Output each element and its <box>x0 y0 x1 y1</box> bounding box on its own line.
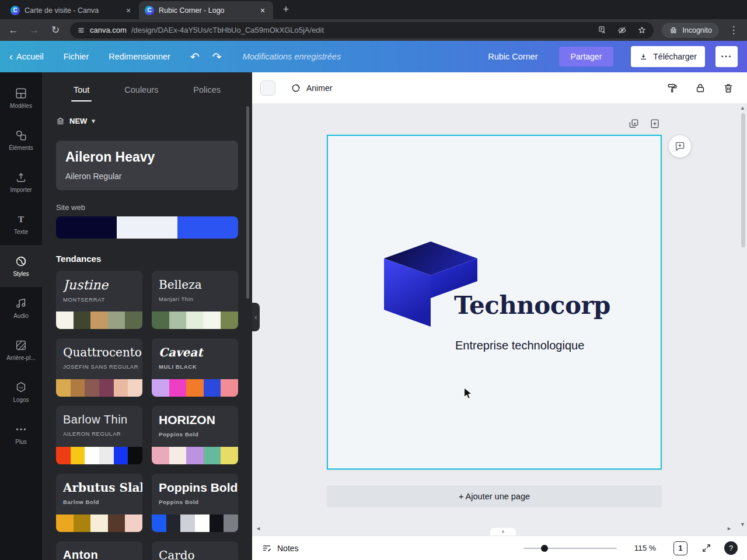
style-card-caveat[interactable]: Caveat MULI BLACK <box>152 338 238 397</box>
resize-menu[interactable]: Redimensionner <box>109 52 170 61</box>
sidebar-item-importer[interactable]: Importer <box>0 161 42 203</box>
comment-button[interactable] <box>669 135 691 158</box>
animate-button[interactable]: Animer <box>291 83 332 93</box>
style-card-cardo[interactable]: Cardo <box>152 541 238 560</box>
hscroll-left-arrow[interactable]: ◄ <box>256 526 261 531</box>
style-card-barlow-thin[interactable]: Barlow Thin AILERON REGULAR <box>56 406 142 464</box>
paint-roller-icon[interactable] <box>666 82 678 94</box>
color-swatch <box>128 379 142 397</box>
home-button[interactable]: ‹ Accueil <box>9 51 44 62</box>
new-label: NEW <box>69 117 87 125</box>
color-swatch[interactable] <box>117 216 177 239</box>
sidebar-item-label: Arrière-pl... <box>6 355 35 361</box>
sidebar-item-logos[interactable]: co Logos <box>0 371 42 413</box>
site-info-icon[interactable] <box>77 26 85 34</box>
site-color-strip <box>56 216 238 239</box>
background-icon <box>15 339 27 352</box>
style-card-arbutus-slab[interactable]: Arbutus Slab Barlow Bold <box>56 474 142 532</box>
panel-scrollbar[interactable] <box>246 106 249 299</box>
page-color-swatch[interactable] <box>260 80 275 96</box>
download-button[interactable]: Télécharger <box>631 46 705 67</box>
tab-polices[interactable]: Polices <box>193 85 221 102</box>
sidebar-item-elements[interactable]: Éléments <box>0 119 42 161</box>
canva-favicon: C <box>145 6 154 15</box>
style-card-horizon[interactable]: HORIZON Poppins Bold <box>152 406 238 464</box>
color-swatch <box>204 312 221 329</box>
sidebar-item-modeles[interactable]: Modèles <box>0 77 42 119</box>
undo-icon[interactable]: ↶ <box>190 50 200 64</box>
logo-title-text[interactable]: Technocorp <box>454 291 610 320</box>
color-swatch <box>108 514 125 532</box>
sidebar-item-label: Logos <box>13 397 29 403</box>
color-swatch <box>56 312 74 329</box>
svg-text:T: T <box>18 214 25 224</box>
style-card-anton[interactable]: Anton <box>56 541 142 560</box>
sidebar-item-texte[interactable]: T Texte <box>0 203 42 245</box>
panel-collapse-button[interactable]: ‹ <box>252 303 260 331</box>
reload-icon[interactable]: ↻ <box>49 24 62 36</box>
hscroll-right-arrow[interactable]: ► <box>727 526 732 531</box>
vertical-scrollbar[interactable] <box>741 113 745 247</box>
color-swatch <box>114 447 128 464</box>
incognito-badge: Incognito <box>662 23 719 38</box>
notes-label: Notes <box>277 544 299 553</box>
color-swatch[interactable] <box>177 216 238 239</box>
tab-close-icon[interactable]: × <box>258 6 267 15</box>
site-web-label: Site web <box>56 203 238 212</box>
new-dropdown[interactable]: NEW ▾ <box>56 117 238 125</box>
sidebar-item-arriere-plan[interactable]: Arrière-pl... <box>0 329 42 371</box>
font-pair-card[interactable]: Aileron Heavy Aileron Regular <box>56 141 238 190</box>
color-swatch[interactable] <box>56 216 117 239</box>
sidebar-item-styles[interactable]: Styles <box>0 245 42 287</box>
color-swatch <box>169 312 187 329</box>
bookmark-star-icon[interactable] <box>637 26 647 35</box>
design-name[interactable]: Rubic Corner <box>488 52 537 61</box>
redo-icon[interactable]: ↷ <box>212 50 222 64</box>
forward-icon[interactable]: → <box>28 24 41 36</box>
zoom-level: 115 % <box>634 544 656 552</box>
trash-icon[interactable] <box>722 82 734 94</box>
translate-icon[interactable] <box>598 26 607 34</box>
help-button[interactable]: ? <box>724 541 738 555</box>
sidebar-item-audio[interactable]: Audio <box>0 287 42 329</box>
color-swatch <box>186 379 204 397</box>
page-number-indicator[interactable]: 1 <box>673 541 687 555</box>
color-swatch <box>85 447 99 464</box>
add-page-icon[interactable] <box>649 118 661 130</box>
header-more-button[interactable]: ··· <box>715 46 738 67</box>
notes-button[interactable]: Notes <box>261 543 299 554</box>
add-page-button[interactable]: + Ajouter une page <box>327 485 662 508</box>
browser-tab-1[interactable]: C Carte de visite - Canva × <box>5 1 139 19</box>
style-card-poppins-bold[interactable]: Poppins Bold Poppins Bold <box>152 474 238 532</box>
color-swatch <box>152 312 169 329</box>
share-button[interactable]: Partager <box>559 47 614 66</box>
sidebar-item-plus[interactable]: Plus <box>0 413 42 455</box>
tab-close-icon[interactable]: × <box>124 6 133 15</box>
style-card-quattrocento[interactable]: Quattrocento JOSEFIN SANS REGULAR <box>56 338 142 397</box>
fullscreen-icon[interactable] <box>701 543 711 553</box>
style-card-name: Belleza <box>159 278 238 292</box>
style-card-justine[interactable]: Justine MONTSERRAT <box>56 271 142 329</box>
file-menu[interactable]: Fichier <box>64 52 89 61</box>
color-swatch <box>195 514 210 532</box>
vscroll-down-arrow[interactable]: ▼ <box>740 522 745 527</box>
style-card-belleza[interactable]: Belleza Manjari Thin <box>152 271 238 329</box>
tab-couleurs[interactable]: Couleurs <box>124 85 158 102</box>
duplicate-page-icon[interactable] <box>628 118 640 130</box>
lock-icon[interactable] <box>694 82 706 94</box>
zoom-slider[interactable] <box>523 548 617 549</box>
new-tab-button[interactable]: + <box>278 2 294 18</box>
design-page[interactable]: Technocorp Entreprise technologique <box>327 135 662 470</box>
browser-tab-2[interactable]: C Rubic Corner - Logo × <box>139 1 273 19</box>
logo-subtitle-text[interactable]: Entreprise technologique <box>455 339 584 352</box>
sidebar-item-label: Éléments <box>9 145 33 151</box>
tab-tout[interactable]: Tout <box>74 85 89 102</box>
share-label: Partager <box>571 52 602 61</box>
vscroll-up-arrow[interactable]: ▲ <box>740 105 745 111</box>
collapse-bottom-button[interactable]: ∧ <box>490 528 516 536</box>
browser-menu-icon[interactable]: ⋮ <box>727 24 740 36</box>
back-icon[interactable]: ← <box>7 24 20 36</box>
address-bar[interactable]: canva.com/design/DAEx-4aY5Us/cTbHbUo_Ca5… <box>70 22 654 38</box>
zoom-slider-handle[interactable] <box>541 545 548 552</box>
eye-off-icon[interactable] <box>617 26 627 35</box>
